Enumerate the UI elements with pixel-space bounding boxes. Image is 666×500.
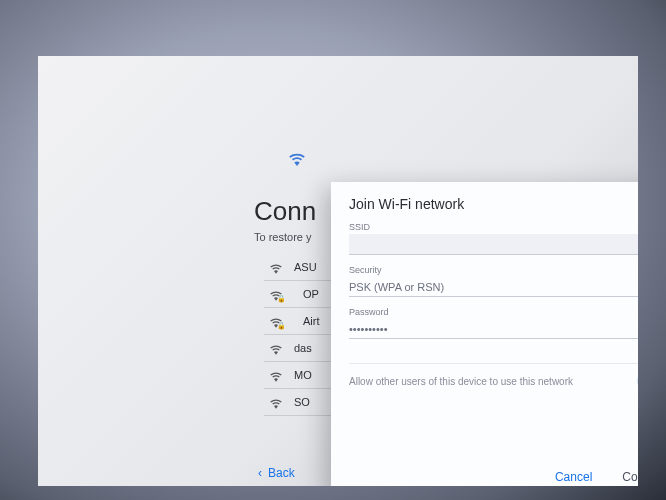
wifi-icon [268,368,284,382]
wifi-locked-icon: 🔒 [268,314,293,328]
security-label: Security [349,265,638,275]
join-wifi-dialog: × Join Wi-Fi network SSID Security ▾ Pas… [331,182,638,486]
password-input[interactable] [349,320,638,339]
password-label: Password [349,307,638,317]
allow-others-label: Allow other users of this device to use … [349,376,573,387]
ssid-label: SSID [349,222,638,232]
wifi-locked-icon: 🔒 [268,287,293,301]
wifi-icon [268,260,284,274]
chevron-left-icon: ‹ [258,466,262,480]
wifi-icon [268,341,284,355]
network-label: ASU [294,261,317,273]
connect-button[interactable]: Connect [622,470,638,484]
page-title: Conn [254,196,316,227]
dialog-title: Join Wi-Fi network [349,196,638,212]
network-label: das [294,342,312,354]
dialog-actions: Cancel Connect [555,470,638,484]
ssid-field: SSID [349,222,638,255]
page-subtitle: To restore y [254,231,311,243]
screen: Conn To restore y ASU 🔒 OP 🔒 Airt das MO… [38,56,638,486]
security-field: Security ▾ [349,265,638,297]
network-label: MO [294,369,312,381]
network-label: Airt [303,315,320,327]
network-label: OP [303,288,319,300]
allow-others-toggle[interactable] [637,374,638,388]
cancel-button[interactable]: Cancel [555,470,592,484]
allow-others-row: Allow other users of this device to use … [349,363,638,388]
wifi-icon [268,395,284,409]
back-label: Back [268,466,295,480]
back-button[interactable]: ‹ Back [258,466,295,480]
wifi-hero-icon [286,148,308,170]
password-field: Password [349,307,638,339]
security-select[interactable] [349,278,638,297]
network-label: SO [294,396,310,408]
ssid-input[interactable] [349,234,638,255]
